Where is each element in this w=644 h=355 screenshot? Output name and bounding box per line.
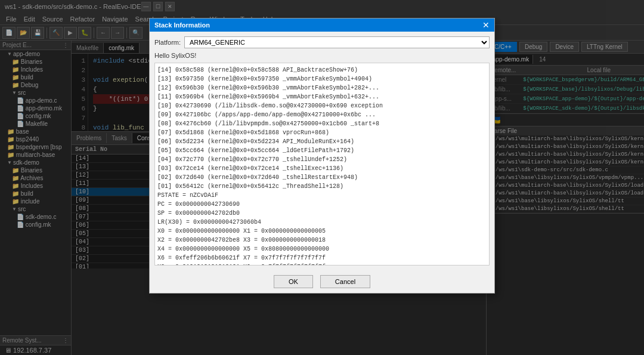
modal-body: Platform: ARM64_GENERIC Hello SylixOS! […: [150, 32, 494, 270]
modal-title-bar: Stack Information ✕: [150, 18, 494, 32]
stack-line: X8 = 0x0101010101010101 X9 = 0x7f7f7f7f7…: [157, 263, 487, 266]
stack-line: X0 = 0x0000000000000000 X1 = 0x000000000…: [157, 227, 487, 236]
stack-line: X2 = 0x0000000042702be8 X3 = 0x000000000…: [157, 236, 487, 245]
modal-platform-row: Platform: ARM64_GENERIC: [154, 36, 490, 48]
stack-line: PC = 0x0000000042730690: [157, 200, 487, 209]
stack-line: X6 = 0xfeff206b6b60621f X7 = 0x7f7f7f7f7…: [157, 254, 487, 263]
modal-overlay: Stack Information ✕ Platform: ARM64_GENE…: [0, 0, 644, 355]
stack-line: LR(X30) = 0x000000004273060b4: [157, 218, 487, 227]
modal-ok-button[interactable]: OK: [274, 275, 313, 288]
stack-line: X4 = 0x0000000000000000 X5 = 0x808000000…: [157, 245, 487, 254]
stack-line: [02] 0x72d640 (kernel@0x0+0x72d640 _tshe…: [157, 173, 487, 182]
stack-line: [08] 0x4276cb60 (/lib/libvpmpdm.so@0x427…: [157, 119, 487, 128]
stack-line: [06] 0x5d2234 (kernel@0x0+0x5d2234 API_M…: [157, 137, 487, 146]
stack-line: [12] 0x596b30 (kernel@0x0+0x596b30 _vmmA…: [157, 84, 487, 92]
stack-line: [01] 0x56412c (kernel@0x0+0x56412c _Thre…: [157, 182, 487, 191]
modal-platform-select[interactable]: ARM64_GENERIC: [184, 36, 490, 48]
modal-close-button[interactable]: ✕: [482, 21, 490, 29]
stack-line: [14] 0x58c588 (kernel@0x0+0x58c588 API_B…: [157, 66, 487, 75]
stack-line: SP = 0x0000000042702db0: [157, 209, 487, 218]
stack-line: [10] 0x42730690 (/lib/libsdk-demo.so@0x4…: [157, 101, 487, 110]
stack-line: [07] 0x5d1868 (kernel@0x0+0x5d1868 vproc…: [157, 128, 487, 137]
stack-line: PSTATE = nZCvDAiF: [157, 191, 487, 200]
stack-info-modal: Stack Information ✕ Platform: ARM64_GENE…: [149, 18, 495, 294]
stack-line: [04] 0x72c770 (kernel@0x0+0x72c770 _tshe…: [157, 155, 487, 164]
stack-line: [09] 0x427106bc (/apps/app-demo/app-demo…: [157, 110, 487, 119]
modal-stack-content[interactable]: [14] 0x58c588 (kernel@0x0+0x58c588 API_B…: [154, 63, 490, 266]
stack-line: [05] 0x5cc664 (kernel@0x0+0x5cc664 _ldGe…: [157, 146, 487, 155]
modal-buttons: OK Cancel: [150, 270, 494, 293]
modal-cancel-button[interactable]: Cancel: [320, 275, 370, 288]
stack-line: [11] 0x5969b4 (kernel@0x0+0x5969b4 _vmmA…: [157, 92, 487, 101]
modal-platform-label: Platform:: [154, 39, 181, 46]
modal-greeting: Hello SylixOS!: [154, 52, 490, 59]
stack-line: [03] 0x72ce14 (kernel@0x0+0x72ce14 _tshe…: [157, 164, 487, 173]
stack-line: [13] 0x597350 (kernel@0x0+0x597350 _vmmA…: [157, 75, 487, 84]
modal-title-text: Stack Information: [154, 21, 210, 29]
